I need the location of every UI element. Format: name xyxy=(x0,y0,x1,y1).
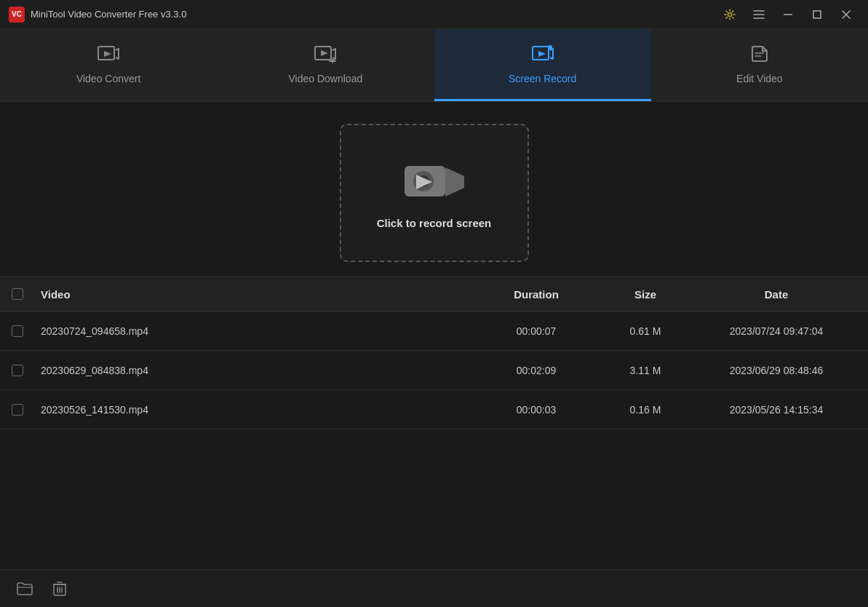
title-bar: VC MiniTool Video Converter Free v3.3.0 xyxy=(0,0,868,29)
menu-button[interactable] xyxy=(746,4,772,25)
maximize-icon xyxy=(813,10,821,19)
bottom-toolbar xyxy=(0,569,868,607)
menu-icon xyxy=(753,9,765,20)
svg-point-0 xyxy=(728,12,732,16)
maximize-button[interactable] xyxy=(804,4,830,25)
nav-tabs: Video Convert Video Download Screen Reco… xyxy=(0,29,868,102)
tab-edit-video-label: Edit Video xyxy=(736,73,783,84)
tab-video-download[interactable]: Video Download xyxy=(217,29,434,101)
screen-record-icon xyxy=(531,44,554,67)
row-2-checkbox[interactable] xyxy=(12,365,23,376)
svg-point-16 xyxy=(548,45,552,49)
row-1-size: 0.61 M xyxy=(594,325,696,337)
open-folder-button[interactable] xyxy=(12,576,38,602)
tab-video-convert[interactable]: Video Convert xyxy=(0,29,217,101)
settings-icon xyxy=(724,9,736,20)
table-section: Video Duration Size Date 20230724_094658… xyxy=(0,277,868,569)
row-3-duration: 00:00:03 xyxy=(478,404,594,416)
minimize-button[interactable] xyxy=(775,4,801,25)
col-header-video: Video xyxy=(41,288,478,301)
tab-edit-video[interactable]: Edit Video xyxy=(651,29,868,101)
title-bar-left: VC MiniTool Video Converter Free v3.3.0 xyxy=(9,7,186,23)
table-header: Video Duration Size Date xyxy=(0,277,868,312)
col-header-size: Size xyxy=(594,288,696,301)
col-header-date: Date xyxy=(696,288,856,301)
row-3-size: 0.16 M xyxy=(594,404,696,416)
col-header-duration: Duration xyxy=(478,288,594,301)
app-title: MiniTool Video Converter Free v3.3.0 xyxy=(31,9,186,20)
open-folder-icon xyxy=(17,582,33,595)
row-3-date: 2023/05/26 14:15:34 xyxy=(696,404,856,416)
table-row[interactable]: 20230629_084838.mp4 00:02:09 3.11 M 2023… xyxy=(0,351,868,390)
trash-icon xyxy=(53,582,66,596)
record-click-label: Click to record screen xyxy=(377,217,492,229)
table-body: 20230724_094658.mp4 00:00:07 0.61 M 2023… xyxy=(0,312,868,569)
tab-video-convert-label: Video Convert xyxy=(76,73,140,84)
svg-marker-11 xyxy=(321,50,328,56)
tab-screen-record-label: Screen Record xyxy=(509,73,576,84)
table-row[interactable]: 20230724_094658.mp4 00:00:07 0.61 M 2023… xyxy=(0,312,868,351)
select-all-checkbox[interactable] xyxy=(12,288,23,300)
row-1-duration: 00:00:07 xyxy=(478,325,594,337)
svg-marker-9 xyxy=(104,51,111,57)
row-1-date: 2023/07/24 09:47:04 xyxy=(696,325,856,337)
app-logo: VC xyxy=(9,7,25,23)
row-2-date: 2023/06/29 08:48:46 xyxy=(696,365,856,376)
window-controls xyxy=(717,4,859,25)
close-button[interactable] xyxy=(833,4,859,25)
row-1-name: 20230724_094658.mp4 xyxy=(41,325,478,337)
minimize-icon xyxy=(784,14,792,15)
row-1-checkbox[interactable] xyxy=(12,325,23,337)
record-box[interactable]: Click to record screen xyxy=(340,124,529,262)
close-icon xyxy=(842,10,851,19)
row-2-name: 20230629_084838.mp4 xyxy=(41,365,478,376)
settings-button[interactable] xyxy=(717,4,743,25)
row-2-duration: 00:02:09 xyxy=(478,365,594,376)
row-3-checkbox[interactable] xyxy=(12,404,23,416)
table-row[interactable]: 20230526_141530.mp4 00:00:03 0.16 M 2023… xyxy=(0,390,868,429)
main-area: Click to record screen Video Duration Si… xyxy=(0,102,868,607)
edit-video-icon xyxy=(748,44,771,67)
svg-marker-22 xyxy=(445,167,464,197)
record-area: Click to record screen xyxy=(0,102,868,277)
record-camera-icon xyxy=(402,157,467,204)
tab-video-download-label: Video Download xyxy=(289,73,363,84)
svg-marker-15 xyxy=(538,51,546,57)
row-3-name: 20230526_141530.mp4 xyxy=(41,404,478,416)
row-2-size: 3.11 M xyxy=(594,365,696,376)
video-convert-icon xyxy=(97,44,120,67)
video-download-icon xyxy=(314,44,337,67)
tab-screen-record[interactable]: Screen Record xyxy=(434,29,651,101)
delete-button[interactable] xyxy=(47,576,73,602)
svg-rect-5 xyxy=(813,11,821,18)
